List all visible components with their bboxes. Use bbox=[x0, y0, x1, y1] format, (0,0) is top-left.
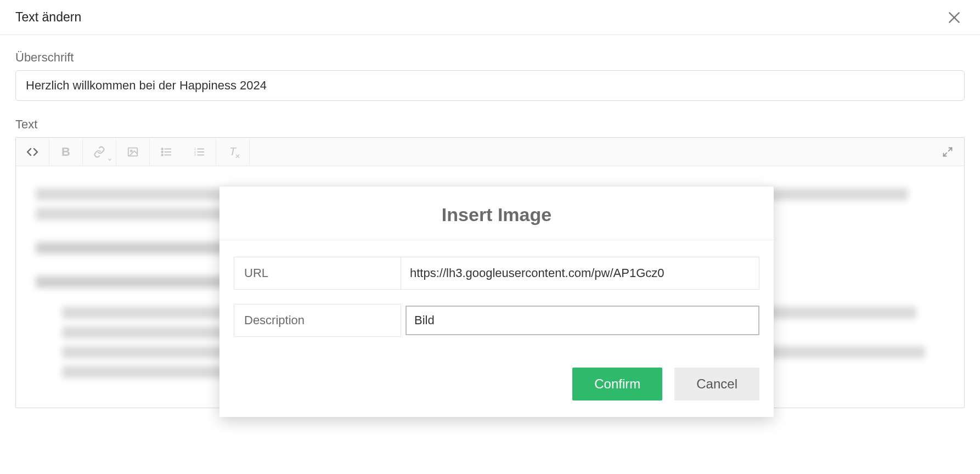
svg-point-4 bbox=[161, 148, 163, 150]
image-button[interactable] bbox=[116, 138, 149, 166]
svg-point-6 bbox=[161, 151, 163, 153]
link-icon bbox=[93, 146, 105, 158]
bold-icon: B bbox=[61, 145, 70, 159]
bullet-list-icon bbox=[160, 146, 172, 158]
dialog-title: Insert Image bbox=[219, 187, 774, 240]
confirm-button[interactable]: Confirm bbox=[572, 368, 662, 400]
url-input[interactable] bbox=[401, 257, 759, 289]
heading-label: Überschrift bbox=[15, 50, 965, 65]
dialog-actions: Confirm Cancel bbox=[219, 368, 774, 417]
bullet-list-button[interactable] bbox=[150, 138, 183, 166]
fullscreen-button[interactable] bbox=[931, 146, 964, 157]
numbered-list-icon: 123 bbox=[193, 146, 205, 158]
svg-text:3: 3 bbox=[194, 153, 196, 156]
svg-point-8 bbox=[161, 154, 163, 156]
svg-point-3 bbox=[131, 150, 132, 151]
close-button[interactable] bbox=[944, 10, 965, 25]
close-icon bbox=[947, 10, 961, 25]
fullscreen-icon bbox=[942, 146, 953, 157]
url-label: URL bbox=[234, 257, 401, 290]
description-input[interactable] bbox=[405, 306, 759, 335]
insert-image-dialog: Insert Image URL Description Confirm Can… bbox=[219, 187, 774, 417]
image-icon bbox=[127, 146, 139, 158]
chevron-down-icon bbox=[107, 157, 112, 162]
bold-button[interactable]: B bbox=[49, 138, 82, 166]
cancel-button[interactable]: Cancel bbox=[674, 368, 759, 400]
modal-header: Text ändern bbox=[0, 0, 980, 35]
link-button[interactable] bbox=[83, 138, 116, 166]
url-row: URL bbox=[234, 257, 759, 290]
dialog-body: URL Description bbox=[219, 240, 774, 368]
description-label: Description bbox=[234, 304, 401, 337]
code-icon bbox=[26, 145, 39, 159]
modal-title: Text ändern bbox=[15, 10, 81, 25]
clear-format-icon: T✕ bbox=[229, 145, 236, 158]
heading-input[interactable] bbox=[15, 70, 965, 101]
numbered-list-button[interactable]: 123 bbox=[183, 138, 216, 166]
text-label: Text bbox=[15, 117, 965, 132]
code-view-button[interactable] bbox=[16, 138, 49, 166]
clear-format-button[interactable]: T✕ bbox=[216, 138, 249, 166]
description-row: Description bbox=[234, 304, 759, 337]
editor-toolbar: B 123 bbox=[16, 138, 964, 166]
